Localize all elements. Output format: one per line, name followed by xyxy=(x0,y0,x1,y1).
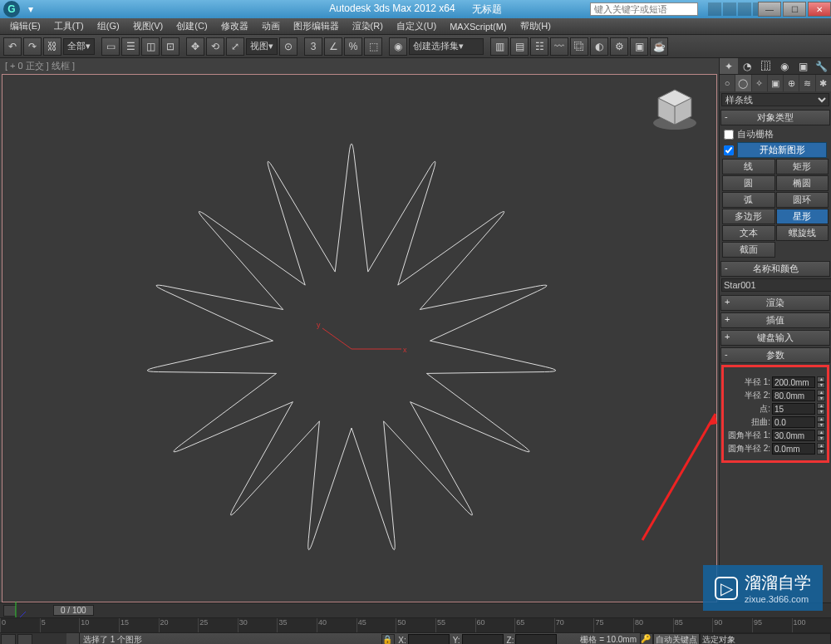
newshape-checkbox[interactable] xyxy=(724,145,734,155)
rollout-render[interactable]: +渲染 xyxy=(720,295,830,311)
z-input[interactable] xyxy=(515,634,557,644)
distortion-spinner[interactable]: ▴▾ xyxy=(817,416,825,428)
render-setup-button[interactable]: ⚙ xyxy=(610,37,628,56)
create-tab[interactable]: ✦ xyxy=(720,58,738,74)
maxscript-mini-icon[interactable] xyxy=(1,634,16,644)
layers-button[interactable]: ☷ xyxy=(530,37,548,56)
menu-tools[interactable]: 工具(T) xyxy=(47,20,91,32)
shape-btn-线[interactable]: 线 xyxy=(722,159,775,175)
material-button[interactable]: ◐ xyxy=(590,37,608,56)
spinner-snap-button[interactable]: ⬚ xyxy=(364,37,382,56)
viewcube[interactable] xyxy=(650,83,700,133)
radius2-spinner[interactable]: ▴▾ xyxy=(817,390,825,401)
shape-btn-矩形[interactable]: 矩形 xyxy=(776,159,829,175)
keyfilter-sel[interactable]: 选定对象 xyxy=(700,633,831,644)
fillet1-input[interactable] xyxy=(772,430,815,441)
angle-snap-button[interactable]: ∠ xyxy=(324,37,342,56)
fillet2-input[interactable] xyxy=(772,443,815,455)
rollout-object-type[interactable]: -对象类型 xyxy=(720,110,830,125)
radius1-input[interactable] xyxy=(772,376,815,388)
qa-icon[interactable] xyxy=(723,2,736,16)
menu-edit[interactable]: 编辑(E) xyxy=(3,20,47,32)
menu-group[interactable]: 组(G) xyxy=(91,20,126,32)
schematic-button[interactable]: ⿻ xyxy=(570,37,588,56)
systems-subtab[interactable]: ✱ xyxy=(816,75,831,91)
pivot-button[interactable]: ⊙ xyxy=(279,37,297,56)
curve-editor-button[interactable]: 〰 xyxy=(550,37,568,56)
fillet2-spinner[interactable]: ▴▾ xyxy=(817,443,825,455)
shape-btn-圆[interactable]: 圆 xyxy=(722,175,775,191)
spacewarps-subtab[interactable]: ≋ xyxy=(799,75,814,91)
viewport[interactable]: x y xyxy=(2,74,717,602)
shape-btn-螺旋线[interactable]: 螺旋线 xyxy=(776,225,829,241)
scale-button[interactable]: ⤢ xyxy=(226,37,244,56)
menu-rendering[interactable]: 渲染(R) xyxy=(346,20,390,32)
key-icon[interactable]: 🔑 xyxy=(640,633,653,644)
object-name-input[interactable] xyxy=(721,278,831,292)
redo-button[interactable]: ↷ xyxy=(23,37,42,56)
named-sel-button[interactable]: ◉ xyxy=(389,37,407,56)
x-input[interactable] xyxy=(408,634,450,644)
undo-button[interactable]: ↶ xyxy=(3,37,22,56)
rollout-name-color[interactable]: -名称和颜色 xyxy=(720,261,830,277)
menu-animation[interactable]: 动画 xyxy=(255,20,287,32)
helpers-subtab[interactable]: ⊕ xyxy=(784,75,799,91)
snap-button[interactable]: 3 xyxy=(304,37,322,56)
points-input[interactable] xyxy=(772,403,815,415)
cameras-subtab[interactable]: ▣ xyxy=(768,75,783,91)
shapes-subtab[interactable]: ◯ xyxy=(735,75,750,91)
qa-icon[interactable] xyxy=(738,2,751,16)
align-button[interactable]: ▤ xyxy=(510,37,529,56)
rollout-parameters[interactable]: -参数 xyxy=(720,347,830,363)
radius2-input[interactable] xyxy=(772,390,815,401)
shape-btn-圆环[interactable]: 圆环 xyxy=(776,192,829,208)
menu-views[interactable]: 视图(V) xyxy=(126,20,170,32)
render-button[interactable]: ☕ xyxy=(650,37,668,56)
autokey-button[interactable]: 自动关键点 xyxy=(653,633,700,644)
display-tab[interactable]: ▣ xyxy=(794,58,812,74)
menu-modifiers[interactable]: 修改器 xyxy=(214,20,255,32)
points-spinner[interactable]: ▴▾ xyxy=(817,403,825,415)
listener-icon[interactable] xyxy=(17,634,32,644)
viewport-label[interactable]: [ + 0 正交 ] 线框 ] xyxy=(0,58,719,74)
render-frame-button[interactable]: ▣ xyxy=(630,37,648,56)
select-region-button[interactable]: ◫ xyxy=(141,37,160,56)
utilities-tab[interactable]: 🔧 xyxy=(813,58,831,74)
percent-snap-button[interactable]: % xyxy=(344,37,362,56)
radius1-spinner[interactable]: ▴▾ xyxy=(817,376,825,388)
y-input[interactable] xyxy=(462,634,504,644)
start-new-shape-button[interactable]: 开始新图形 xyxy=(737,142,827,158)
select-button[interactable]: ▭ xyxy=(101,37,120,56)
rollout-keyboard[interactable]: +键盘输入 xyxy=(720,330,830,346)
shape-btn-截面[interactable]: 截面 xyxy=(722,242,775,258)
selection-filter[interactable]: 全部 ▾ xyxy=(63,38,95,55)
app-logo[interactable]: G xyxy=(3,1,20,17)
hierarchy-tab[interactable]: ⿲ xyxy=(757,58,775,74)
select-name-button[interactable]: ☰ xyxy=(121,37,140,56)
mirror-button[interactable]: ▥ xyxy=(490,37,509,56)
autogrid-checkbox[interactable] xyxy=(724,130,734,140)
shape-btn-星形[interactable]: 星形 xyxy=(776,209,829,224)
refcoord-dropdown[interactable]: 视图 ▾ xyxy=(246,38,278,55)
lock-icon[interactable]: 🔒 xyxy=(381,634,395,644)
shape-btn-椭圆[interactable]: 椭圆 xyxy=(776,175,829,191)
motion-tab[interactable]: ◉ xyxy=(775,58,794,74)
menu-customize[interactable]: 自定义(U) xyxy=(390,20,443,32)
geometry-subtab[interactable]: ○ xyxy=(720,75,735,91)
menu-create[interactable]: 创建(C) xyxy=(170,20,214,32)
menu-help[interactable]: 帮助(H) xyxy=(514,20,558,32)
qa-icon[interactable] xyxy=(708,2,721,16)
fillet1-spinner[interactable]: ▴▾ xyxy=(817,430,825,441)
time-slider-knob[interactable]: 0 / 100 xyxy=(53,605,94,616)
maximize-button[interactable]: ☐ xyxy=(783,2,806,17)
menu-maxscript[interactable]: MAXScript(M) xyxy=(443,22,513,32)
named-selset-dropdown[interactable]: 创建选择集 ▾ xyxy=(409,38,484,55)
move-button[interactable]: ✥ xyxy=(186,37,204,56)
close-button[interactable]: ✕ xyxy=(808,2,831,17)
menu-grapheditors[interactable]: 图形编辑器 xyxy=(287,20,346,32)
lights-subtab[interactable]: ✧ xyxy=(752,75,767,91)
shape-btn-多边形[interactable]: 多边形 xyxy=(722,209,775,224)
timeline-ruler[interactable]: 0510152025303540455055606570758085909510… xyxy=(0,617,831,632)
shape-btn-文本[interactable]: 文本 xyxy=(722,225,775,241)
distortion-input[interactable] xyxy=(772,416,815,428)
